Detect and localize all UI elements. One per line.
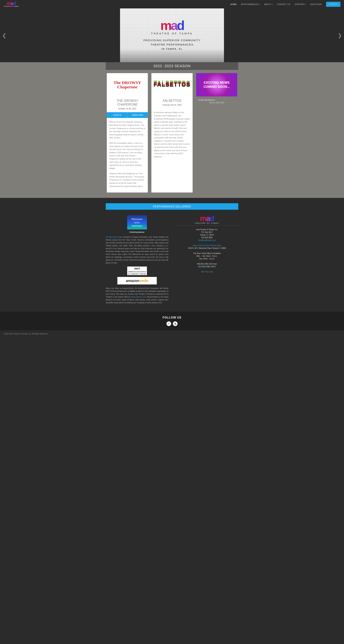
- venue-address: Straz Center for the Performing Arts 101…: [176, 244, 238, 250]
- copyright-footer: ©2022 mad Theatre of Tampa, Inc. All Rig…: [0, 330, 344, 337]
- site-logo[interactable]: mad THEATRE OF TAMPA: [3, 2, 19, 7]
- contact-info-column: mad THEATRE OF TAMPA mad Theatre of Tamp…: [176, 215, 238, 306]
- footer-logo: mad: [176, 215, 238, 222]
- facebook-icon[interactable]: f: [166, 321, 171, 326]
- show-card-tbd: EXCITING NEWS COMING SOON... TO BE REVEA…: [196, 73, 237, 192]
- aact-logo[interactable]: aact AMERICAN ASSOCIATION OF COMMUNITY T…: [127, 266, 147, 275]
- show-date: October 14-30, 2022: [107, 108, 148, 112]
- phone-numbers: 800.955.1045 (Toll Free) 813.229.STAR (7…: [176, 262, 238, 268]
- show-poster-tbd: EXCITING NEWS COMING SOON...: [196, 73, 237, 96]
- chevron-down-icon: ▾: [305, 4, 306, 6]
- show-description: A seamless pairing of March of the False…: [151, 108, 192, 163]
- chevron-down-icon: ▾: [272, 4, 273, 6]
- barrymore-link[interactable]: The Barrymore Hotel: [106, 236, 123, 238]
- season-heading: 2022 -2023 SEASON: [106, 62, 238, 70]
- show-title: FALSETTOS: [151, 96, 192, 104]
- sponsor-label: Producing Sponsor: [106, 231, 168, 233]
- nav-about[interactable]: ABOUT▾: [264, 3, 273, 6]
- nav-support[interactable]: SUPPORT▾: [295, 3, 306, 6]
- sponsor-description: The Barrymore Hotel, located in Tampa's …: [106, 236, 168, 264]
- email-link[interactable]: info@madtheatre.com: [198, 239, 216, 241]
- main-nav: HOME PERFORMANCES▾ ABOUT▾ CONTACT US SUP…: [230, 2, 341, 7]
- chevron-down-icon: ▾: [259, 4, 260, 6]
- sponsor-column: Barrymore HOTEL TAMPA RIVERWALK Producin…: [106, 215, 168, 306]
- show-date: June & July 2023: [196, 102, 237, 106]
- divider: [176, 226, 238, 226]
- amazon-smile-logo[interactable]: amazonsmile: [117, 277, 157, 284]
- show-date: February 03-19, 2023: [151, 104, 192, 108]
- box-office-hours: The Straz Ticket Office Is Available Mon…: [176, 252, 238, 260]
- show-description: Winner of five Tony Awards, including Be…: [107, 118, 148, 192]
- mailing-address: mad Theatre of Tampa, Inc. P.O. Box 8417…: [176, 228, 238, 242]
- season-section: 2022 -2023 SEASON The DROWSYChaperone TH…: [0, 62, 344, 198]
- slider-prev-arrow[interactable]: ❮: [2, 32, 6, 38]
- hero-logo-subtitle: THEATRE OF TAMPA: [151, 32, 193, 35]
- hero-tagline: PROVIDING SUPERIOR COMMUNITY THEATRE PER…: [143, 38, 201, 51]
- show-card-falsettos: FALSETTOS FALSETTOS February 03-19, 2023…: [151, 73, 192, 192]
- nav-auditions[interactable]: AUDITIONS: [310, 3, 322, 6]
- performance-galleries-button[interactable]: PERFORMANCE GALLERIES: [106, 203, 238, 210]
- lower-section: PERFORMANCE GALLERIES Barrymore HOTEL TA…: [0, 198, 344, 312]
- follow-heading: FOLLOW US: [4, 316, 340, 319]
- straz-link[interactable]: Straz Center for the Performing Arts: [193, 244, 221, 246]
- amazon-description: When you shop on AmazonSmile, the Amazon…: [106, 287, 168, 304]
- plan-visit-link[interactable]: Plan Your Visit: [201, 271, 213, 273]
- show-title: THE DROWSY CHAPERONE: [107, 96, 148, 108]
- logo-subtitle: THEATRE OF TAMPA: [3, 6, 19, 7]
- nav-contact[interactable]: CONTACT US: [277, 3, 291, 6]
- hero-slide: mad THEATRE OF TAMPA PROVIDING SUPERIOR …: [120, 8, 224, 62]
- barrymore-sponsor-image[interactable]: Barrymore HOTEL TAMPA RIVERWALK: [127, 215, 147, 230]
- instagram-icon[interactable]: ◎: [173, 321, 178, 326]
- hero-slider: ❮ ❯ mad THEATRE OF TAMPA PROVIDING SUPER…: [0, 8, 344, 62]
- show-poster-falsettos: FALSETTOS: [151, 73, 192, 96]
- site-header: mad THEATRE OF TAMPA HOME PERFORMANCES▾ …: [0, 0, 344, 8]
- show-poster-drowsy: The DROWSYChaperone: [107, 73, 148, 96]
- more-info-button[interactable]: MORE INFO: [127, 112, 148, 118]
- slider-next-arrow[interactable]: ❯: [338, 32, 342, 38]
- show-card-drowsy: The DROWSYChaperone THE DROWSY CHAPERONE…: [107, 73, 148, 192]
- amazon-smile-link[interactable]: smile.amazon.com: [131, 296, 145, 298]
- donate-button[interactable]: DONATE: [326, 2, 341, 7]
- nav-home[interactable]: HOME: [230, 3, 237, 6]
- follow-section: FOLLOW US f ◎: [0, 312, 344, 330]
- nav-performances[interactable]: PERFORMANCES▾: [241, 3, 260, 6]
- show-title: TO BE REVEALED: [196, 96, 237, 102]
- hero-logo: mad: [160, 20, 184, 31]
- tickets-button[interactable]: TICKETS: [107, 112, 127, 118]
- footer-logo-subtitle: THEATRE OF TAMPA: [176, 222, 238, 224]
